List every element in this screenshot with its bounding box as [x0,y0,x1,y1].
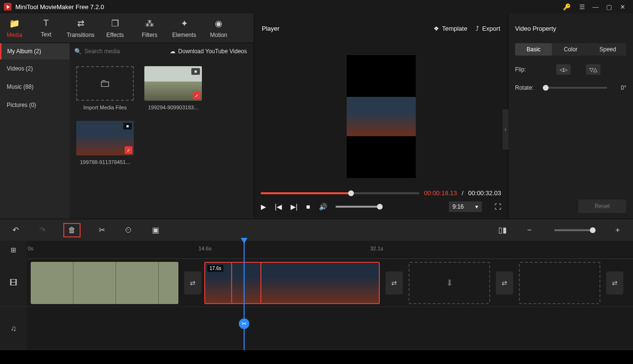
delete-button[interactable]: 🗑 [63,223,81,237]
clip-placeholder[interactable]: ⬇ [409,262,490,304]
flip-label: Flip: [515,66,541,73]
transition-slot[interactable]: ⇄ [606,271,623,294]
minimize-icon[interactable]: — [589,0,602,13]
close-icon[interactable]: ✕ [616,0,629,13]
add-track-button[interactable]: ⊞ [0,241,27,259]
check-icon: ✓ [193,92,200,99]
redo-button[interactable]: ↷ [36,225,48,235]
rotate-label: Rotate: [515,84,541,91]
volume-knob[interactable] [377,204,383,210]
zoom-knob[interactable] [590,227,596,233]
menu-icon[interactable]: ☰ [575,0,589,13]
sidebar-head-my-album[interactable]: My Album (2) [0,43,70,59]
crop-button[interactable]: ▣ [150,225,161,235]
prop-tab-basic[interactable]: Basic [515,43,552,56]
transition-slot[interactable]: ⇄ [386,271,403,294]
clip-placeholder[interactable] [519,262,600,304]
fullscreen-button[interactable]: ⛶ [494,203,501,211]
tab-media[interactable]: 📁Media [0,13,29,43]
scrub-track[interactable] [261,192,419,194]
media-item[interactable]: ■ ✓ 199788-911378451... [76,121,134,165]
maximize-icon[interactable]: ▢ [602,0,616,13]
preview-frame [347,97,416,136]
next-frame-button[interactable]: ▶| [291,203,298,211]
collapse-panel-button[interactable]: › [503,109,508,150]
layers-icon: ❐ [111,18,119,29]
motion-icon: ◉ [215,18,223,29]
tab-elements[interactable]: ✦Elements [167,13,201,43]
zoom-in-button[interactable]: + [612,226,623,235]
svg-marker-0 [7,5,10,9]
ruler-tick: 14.6s [199,246,211,251]
rotate-slider[interactable] [546,87,607,89]
player-title: Player [262,25,280,32]
template-button[interactable]: ❖Template [434,25,468,32]
zoom-slider[interactable] [554,229,593,231]
import-media-button[interactable]: 🗀 Import Media Files [76,66,134,110]
stop-button[interactable]: ■ [306,203,310,211]
filters-icon: ⁂ [145,18,154,29]
volume-slider[interactable] [336,206,380,208]
clip-selection-region[interactable] [231,262,261,304]
prop-tab-color[interactable]: Color [552,43,589,56]
search-wrapper: 🔍 [70,48,142,55]
tab-effects[interactable]: ❐Effects [98,13,132,43]
reset-button[interactable]: Reset [578,200,626,213]
export-icon: ⤴ [476,25,479,32]
arrows-icon: ⇄ [77,18,84,29]
check-icon: ✓ [125,146,132,154]
transition-slot[interactable]: ⇄ [496,271,513,294]
ruler-tick: 32.1s [370,246,383,251]
audio-track-icon: ♫ [0,307,27,350]
volume-icon[interactable]: 🔊 [319,203,327,211]
timeline-clip-selected[interactable]: 17.6s [204,262,380,304]
video-badge-icon: ■ [123,123,132,129]
search-icon: 🔍 [74,48,82,55]
preview-canvas[interactable] [347,55,416,178]
download-youtube-button[interactable]: ☁ Download YouTube Videos [163,48,254,55]
export-button[interactable]: ⤴Export [476,25,500,32]
sidebar-item-pictures[interactable]: Pictures (0) [0,96,70,114]
timecode-current: 00:00:18.13 [424,189,457,197]
prop-tab-speed[interactable]: Speed [589,43,626,56]
media-item[interactable]: ■ ✓ 199294-909903183... [144,66,202,110]
sparkle-icon: ✦ [181,18,188,29]
tab-filters[interactable]: ⁂Filters [132,13,167,43]
key-icon[interactable]: 🔑 [560,0,574,13]
template-icon: ❖ [434,25,439,32]
scrub-knob[interactable] [348,190,354,196]
audio-track-lane[interactable] [27,307,633,350]
chevron-down-icon: ▾ [475,203,478,210]
play-button[interactable]: ▶ [261,203,266,211]
folder-plus-icon: 🗀 [76,66,134,101]
zoom-out-button[interactable]: − [524,226,535,235]
timeline-ruler[interactable]: 0s 14.6s 32.1s [27,241,633,259]
tab-text[interactable]: TText [29,13,63,43]
ruler-tick: 0s [28,246,34,251]
tab-motion[interactable]: ◉Motion [201,13,236,43]
rotate-knob[interactable] [543,85,549,91]
video-track-icon: 🎞 [0,259,27,306]
transition-slot[interactable]: ⇄ [184,271,201,294]
playhead[interactable] [244,241,245,350]
video-badge-icon: ■ [191,68,200,75]
timeline-clip[interactable] [31,262,178,304]
search-input[interactable] [84,48,137,55]
app-logo [4,3,12,11]
undo-button[interactable]: ↶ [10,225,21,235]
fit-timeline-button[interactable]: ▯▮ [497,225,508,235]
video-track-lane[interactable]: ⇄ 17.6s ⇄ ⬇ ⇄ ⇄ [27,259,633,306]
sidebar-item-videos[interactable]: Videos (2) [0,59,70,78]
flip-vertical-button[interactable]: ▽△ [586,64,600,75]
app-title: MiniTool MovieMaker Free 7.2.0 [15,3,104,11]
aspect-ratio-select[interactable]: 9:16▾ [449,201,482,212]
sidebar-item-music[interactable]: Music (88) [0,78,70,96]
scissors-icon[interactable]: ✂ [239,318,249,329]
speed-button[interactable]: ⏲ [123,226,134,235]
split-button[interactable]: ✂ [96,225,107,235]
flip-horizontal-button[interactable]: ◁▷ [556,64,571,75]
tab-transitions[interactable]: ⇄Transitions [63,13,98,43]
clip-duration-badge: 17.6s [207,265,223,272]
prev-frame-button[interactable]: |◀ [275,203,282,211]
text-icon: T [44,18,49,28]
